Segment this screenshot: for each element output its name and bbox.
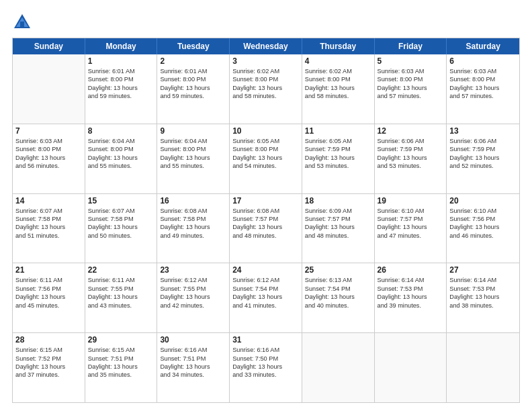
cell-info-line: Sunrise: 6:06 AM: [378, 137, 444, 145]
cell-info-line: Sunset: 7:57 PM: [378, 215, 444, 223]
cell-info-line: Daylight: 13 hours: [15, 293, 82, 301]
cell-info-line: Daylight: 13 hours: [88, 293, 154, 301]
cell-info-line: Sunset: 7:54 PM: [232, 285, 299, 293]
cell-info-line: Daylight: 13 hours: [232, 154, 299, 162]
day-number: 13: [449, 126, 517, 136]
calendar-day-empty: [13, 54, 85, 124]
calendar-day-10: 10Sunrise: 6:05 AMSunset: 8:00 PMDayligh…: [230, 124, 302, 193]
cell-info-line: Sunrise: 6:08 AM: [232, 207, 299, 215]
cell-info-line: and 56 minutes.: [15, 162, 82, 170]
cell-info-line: Sunrise: 6:10 AM: [378, 207, 444, 215]
cell-info-line: Sunrise: 6:12 AM: [232, 276, 299, 284]
calendar-day-12: 12Sunrise: 6:06 AMSunset: 7:59 PMDayligh…: [375, 124, 447, 193]
calendar: SundayMondayTuesdayWednesdayThursdayFrid…: [12, 38, 520, 403]
calendar-day-3: 3Sunrise: 6:02 AMSunset: 8:00 PMDaylight…: [230, 54, 302, 124]
calendar-day-29: 29Sunrise: 6:15 AMSunset: 7:51 PMDayligh…: [85, 333, 158, 402]
cell-info-line: Daylight: 13 hours: [232, 223, 299, 231]
calendar-day-5: 5Sunrise: 6:03 AMSunset: 8:00 PMDaylight…: [375, 54, 447, 124]
day-number: 24: [232, 265, 299, 275]
cell-info-line: Daylight: 13 hours: [305, 293, 371, 301]
cell-info-line: Daylight: 13 hours: [305, 84, 371, 92]
cell-info-line: and 34 minutes.: [160, 371, 226, 379]
day-number: 9: [160, 126, 226, 136]
day-number: 18: [305, 196, 371, 205]
cell-info-line: Sunrise: 6:16 AM: [160, 346, 226, 354]
cell-info-line: Sunrise: 6:12 AM: [160, 276, 226, 284]
logo-icon: [12, 12, 31, 31]
cell-info-line: Sunrise: 6:15 AM: [88, 346, 154, 354]
cell-info-line: Daylight: 13 hours: [15, 154, 82, 162]
calendar-day-empty: [375, 333, 447, 402]
cell-info-line: and 59 minutes.: [88, 92, 154, 100]
calendar-day-18: 18Sunrise: 6:09 AMSunset: 7:57 PMDayligh…: [302, 194, 375, 263]
page-header: [12, 12, 520, 31]
cell-info-line: Sunset: 7:59 PM: [378, 145, 444, 153]
day-number: 14: [15, 196, 82, 205]
day-number: 4: [305, 56, 371, 66]
cell-info-line: Sunset: 8:00 PM: [305, 75, 371, 83]
cell-info-line: Sunset: 7:58 PM: [88, 215, 154, 223]
cell-info-line: Sunrise: 6:01 AM: [160, 67, 226, 75]
cell-info-line: Daylight: 13 hours: [378, 293, 444, 301]
day-number: 7: [15, 126, 82, 136]
day-number: 15: [88, 196, 154, 205]
cell-info-line: Sunrise: 6:02 AM: [232, 67, 299, 75]
day-number: 30: [160, 335, 226, 345]
cell-info-line: Daylight: 13 hours: [449, 154, 517, 162]
cell-info-line: Sunrise: 6:07 AM: [15, 207, 82, 215]
day-number: 22: [88, 265, 154, 275]
cell-info-line: Sunset: 8:00 PM: [88, 145, 154, 153]
cell-info-line: Sunrise: 6:03 AM: [449, 67, 517, 75]
weekday-header-saturday: Saturday: [447, 38, 519, 54]
calendar-header: SundayMondayTuesdayWednesdayThursdayFrid…: [13, 38, 519, 54]
cell-info-line: Sunrise: 6:16 AM: [232, 346, 299, 354]
cell-info-line: Sunset: 7:53 PM: [378, 285, 444, 293]
cell-info-line: Daylight: 13 hours: [305, 223, 371, 231]
cell-info-line: Sunset: 8:00 PM: [232, 75, 299, 83]
cell-info-line: Sunrise: 6:05 AM: [305, 137, 371, 145]
day-number: 25: [305, 265, 371, 275]
calendar-week-3: 14Sunrise: 6:07 AMSunset: 7:58 PMDayligh…: [13, 194, 519, 264]
cell-info-line: Daylight: 13 hours: [160, 154, 226, 162]
calendar-day-13: 13Sunrise: 6:06 AMSunset: 7:59 PMDayligh…: [447, 124, 519, 193]
cell-info-line: Sunrise: 6:08 AM: [160, 207, 226, 215]
weekday-header-sunday: Sunday: [13, 38, 85, 54]
cell-info-line: Sunrise: 6:14 AM: [449, 276, 517, 284]
day-number: 21: [15, 265, 82, 275]
calendar-body: 1Sunrise: 6:01 AMSunset: 8:00 PMDaylight…: [13, 54, 519, 402]
cell-info-line: and 58 minutes.: [232, 92, 299, 100]
calendar-day-1: 1Sunrise: 6:01 AMSunset: 8:00 PMDaylight…: [85, 54, 158, 124]
calendar-day-2: 2Sunrise: 6:01 AMSunset: 8:00 PMDaylight…: [157, 54, 230, 124]
cell-info-line: Sunset: 7:58 PM: [160, 215, 226, 223]
cell-info-line: Daylight: 13 hours: [160, 223, 226, 231]
cell-info-line: Sunset: 7:51 PM: [88, 355, 154, 363]
day-number: 8: [88, 126, 154, 136]
weekday-header-monday: Monday: [85, 38, 158, 54]
cell-info-line: and 57 minutes.: [378, 92, 444, 100]
calendar-day-23: 23Sunrise: 6:12 AMSunset: 7:55 PMDayligh…: [157, 263, 230, 332]
calendar-day-27: 27Sunrise: 6:14 AMSunset: 7:53 PMDayligh…: [447, 263, 519, 332]
day-number: 17: [232, 196, 299, 205]
calendar-week-2: 7Sunrise: 6:03 AMSunset: 8:00 PMDaylight…: [13, 124, 519, 194]
cell-info-line: Daylight: 13 hours: [15, 223, 82, 231]
day-number: 27: [449, 265, 517, 275]
cell-info-line: Daylight: 13 hours: [160, 293, 226, 301]
calendar-day-21: 21Sunrise: 6:11 AMSunset: 7:56 PMDayligh…: [13, 263, 85, 332]
cell-info-line: and 55 minutes.: [88, 162, 154, 170]
cell-info-line: and 35 minutes.: [88, 371, 154, 379]
cell-info-line: Sunset: 7:56 PM: [15, 285, 82, 293]
calendar-week-1: 1Sunrise: 6:01 AMSunset: 8:00 PMDaylight…: [13, 54, 519, 124]
cell-info-line: Sunset: 7:58 PM: [15, 215, 82, 223]
cell-info-line: and 37 minutes.: [15, 371, 82, 379]
cell-info-line: Sunset: 8:00 PM: [449, 75, 517, 83]
cell-info-line: Daylight: 13 hours: [305, 154, 371, 162]
cell-info-line: Daylight: 13 hours: [378, 223, 444, 231]
calendar-day-15: 15Sunrise: 6:07 AMSunset: 7:58 PMDayligh…: [85, 194, 158, 263]
cell-info-line: Sunset: 7:59 PM: [305, 145, 371, 153]
cell-info-line: Sunrise: 6:11 AM: [88, 276, 154, 284]
day-number: 16: [160, 196, 226, 205]
calendar-day-17: 17Sunrise: 6:08 AMSunset: 7:57 PMDayligh…: [230, 194, 302, 263]
day-number: 11: [305, 126, 371, 136]
day-number: 3: [232, 56, 299, 66]
cell-info-line: Sunrise: 6:09 AM: [305, 207, 371, 215]
